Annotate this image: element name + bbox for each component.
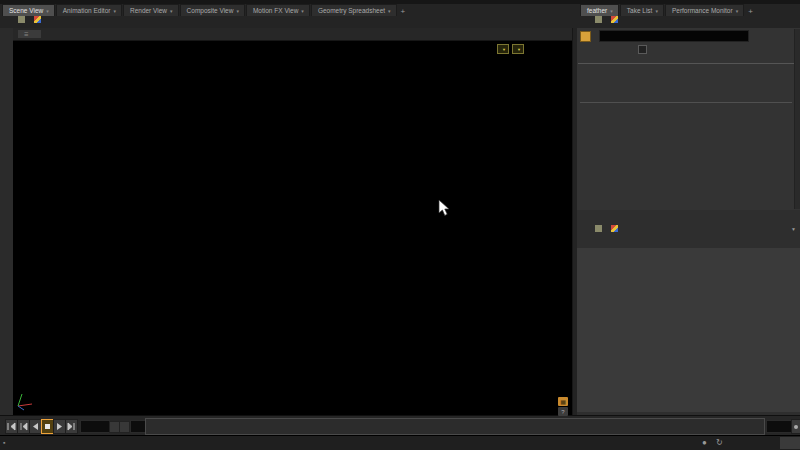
geo-icon [611, 225, 618, 232]
pane-tab-bar-left: Scene View▾Animation Editor▾Render View▾… [2, 4, 408, 16]
frame-increment-button[interactable] [119, 421, 130, 433]
viewport-help-corner-icon[interactable]: ? [558, 407, 568, 416]
view-camera-select[interactable]: ▼ [497, 44, 509, 54]
message-bubble-icon[interactable]: ● [702, 438, 707, 447]
status-corner-icon[interactable]: ▪ [3, 439, 5, 446]
network-editor[interactable] [577, 248, 800, 412]
chevron-down-icon: ▾ [610, 8, 613, 14]
parameter-scrollbar[interactable] [794, 29, 800, 209]
subnet-icon [580, 31, 591, 42]
param-breadcrumb [581, 16, 621, 23]
parameter-pane [577, 28, 800, 210]
pane-tab-composite-view[interactable]: Composite View▾ [180, 4, 245, 16]
folder-divider [578, 63, 794, 64]
viewport-axis-gizmo [14, 392, 36, 412]
node-name-field[interactable] [599, 30, 749, 42]
viewport-tab-bar: ☰ [13, 28, 572, 41]
viewport-view-tab[interactable]: ☰ [18, 30, 41, 38]
geo-icon [34, 16, 41, 23]
timeline-ruler[interactable] [145, 418, 765, 435]
frame-step-field[interactable] [130, 420, 146, 433]
chevron-down-icon: ▾ [46, 8, 49, 14]
left-toolbar [0, 28, 14, 415]
new-tab-button[interactable]: + [745, 7, 756, 16]
noise-divider [580, 102, 792, 103]
chevron-down-icon: ▾ [301, 8, 304, 14]
pane-tab-scene-view[interactable]: Scene View▾ [2, 4, 55, 16]
chevron-down-icon: ▾ [170, 8, 173, 14]
network-breadcrumb [581, 225, 621, 232]
tab-label: Take List [627, 7, 653, 14]
tab-label: Motion FX View [253, 7, 298, 14]
chevron-down-icon: ▾ [236, 8, 239, 14]
grip-icon: ☰ [24, 31, 28, 37]
auto-update-button[interactable] [780, 437, 800, 449]
obj-icon [595, 16, 602, 23]
tab-label: feather [587, 7, 607, 14]
tab-label: Animation Editor [63, 7, 111, 14]
node-header [580, 30, 749, 42]
pane-tab-motion-fx-view[interactable]: Motion FX View▾ [246, 4, 310, 16]
tab-label: Render View [130, 7, 167, 14]
obj-icon [595, 225, 602, 232]
chevron-down-icon: ▾ [388, 8, 391, 14]
breadcrumb [4, 16, 44, 23]
current-frame-field[interactable] [80, 420, 110, 433]
end-frame-field[interactable] [766, 420, 793, 433]
playback-options-button[interactable] [791, 419, 800, 434]
status-bar: ▪ ● ↻ [0, 435, 800, 450]
tab-label: Composite View [187, 7, 234, 14]
pane-tab-animation-editor[interactable]: Animation Editor▾ [56, 4, 122, 16]
chevron-down-icon: ▾ [736, 8, 739, 14]
pane-tab-geometry-spreadsheet[interactable]: Geometry Spreadsheet▾ [311, 4, 397, 16]
scene-viewport[interactable] [13, 28, 572, 415]
camera-selectors: ▼ ▼ [497, 44, 524, 54]
pane-tab-take-list[interactable]: Take List▾ [620, 4, 664, 16]
geo-icon [611, 16, 618, 23]
viewport-grid-corner-icon[interactable]: ▦ [558, 397, 568, 406]
tab-label: Geometry Spreadsheet [318, 7, 385, 14]
tab-label: Scene View [9, 7, 43, 14]
tab-label: Performance Monitor [672, 7, 733, 14]
pane-tab-feather[interactable]: feather▾ [580, 4, 619, 16]
chevron-down-icon: ▾ [655, 8, 658, 14]
jump-to-end-button[interactable] [65, 419, 78, 434]
pane-tab-render-view[interactable]: Render View▾ [123, 4, 179, 16]
playbar [0, 415, 800, 436]
chevron-down-icon: ▾ [113, 8, 116, 14]
preview-checkbox[interactable] [638, 45, 647, 54]
network-path-caret[interactable]: ▼ [791, 226, 796, 232]
refresh-icon[interactable]: ↻ [716, 438, 723, 447]
new-tab-button[interactable]: + [398, 7, 409, 16]
pane-tab-performance-monitor[interactable]: Performance Monitor▾ [665, 4, 744, 16]
mouse-cursor [438, 199, 454, 217]
look-through-camera-select[interactable]: ▼ [512, 44, 524, 54]
pane-tab-bar-right: feather▾Take List▾Performance Monitor▾+ [580, 4, 756, 16]
obj-icon [18, 16, 25, 23]
preview-row [638, 45, 651, 54]
